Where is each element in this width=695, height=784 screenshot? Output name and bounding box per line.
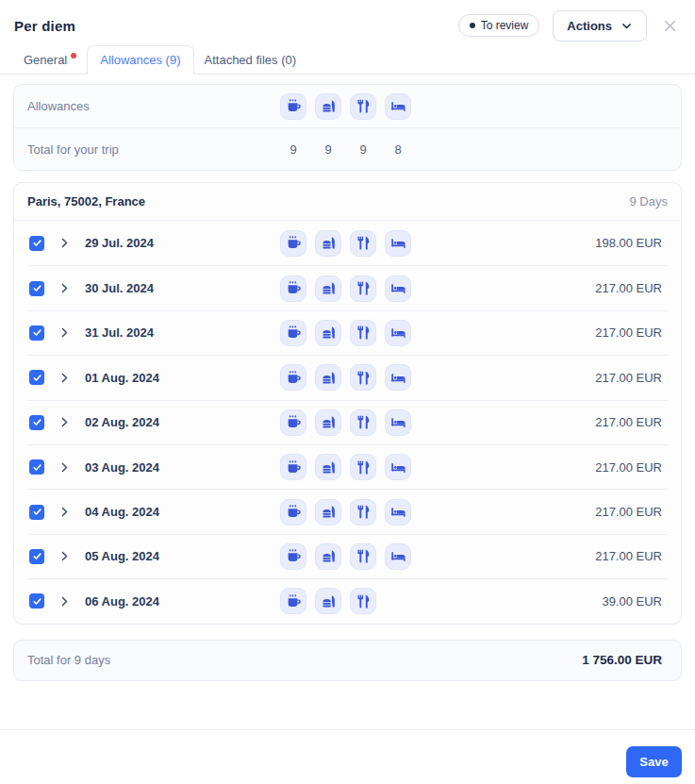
- accommodation-icon: [385, 409, 411, 436]
- expand-chevron-icon[interactable]: [58, 326, 71, 339]
- accommodation-icon: [385, 364, 411, 391]
- expand-chevron-icon[interactable]: [58, 372, 71, 384]
- save-button[interactable]: Save: [626, 746, 682, 777]
- day-amount: 217.00 EUR: [595, 325, 662, 340]
- alert-dot-icon: [71, 53, 76, 58]
- day-allowance-icons: [280, 543, 411, 570]
- day-checkbox[interactable]: [29, 370, 44, 385]
- accommodation-icon: [385, 275, 411, 302]
- close-button[interactable]: [660, 16, 680, 36]
- tab-attached-files-label: Attached files (0): [205, 53, 297, 67]
- day-checkbox[interactable]: [29, 549, 44, 564]
- trip-totals-row: Total for your trip 9 9 9 8: [14, 127, 681, 170]
- grand-total-card: Total for 9 days 1 756.00 EUR: [13, 640, 682, 681]
- day-allowance-icons: [280, 454, 411, 480]
- trip-location: Paris, 75002, France: [27, 194, 145, 209]
- day-allowance-icons: [280, 499, 411, 525]
- day-date: 02 Aug. 2024: [85, 415, 159, 429]
- lunch-icon: [315, 543, 341, 570]
- dinner-icon: [350, 499, 376, 525]
- day-amount: 198.00 EUR: [595, 236, 662, 250]
- expand-chevron-icon[interactable]: [58, 237, 71, 249]
- tab-attached-files[interactable]: Attached files (0): [194, 46, 307, 74]
- lunch-icon: [315, 275, 341, 302]
- breakfast-icon: [280, 409, 306, 436]
- grand-total-label: Total for 9 days: [27, 653, 110, 667]
- dinner-icon: [350, 93, 376, 120]
- actions-button-label: Actions: [567, 19, 612, 33]
- lunch-icon: [315, 93, 341, 120]
- trip-total-counts: 9 9 9 8: [280, 142, 411, 157]
- dinner-icon: [350, 543, 376, 570]
- allowance-day-row: 04 Aug. 2024: [27, 489, 668, 533]
- day-checkbox[interactable]: [29, 505, 44, 520]
- day-allowance-icons: [280, 364, 411, 391]
- allowance-day-row: 31 Jul. 2024: [27, 310, 668, 355]
- accommodation-icon: [385, 320, 411, 346]
- lunch-icon: [315, 364, 341, 391]
- close-icon: [662, 18, 678, 34]
- day-date: 04 Aug. 2024: [85, 505, 159, 519]
- day-allowance-icons: [280, 588, 411, 614]
- day-checkbox[interactable]: [29, 325, 44, 341]
- day-checkbox[interactable]: [29, 236, 44, 251]
- accommodation-icon: [385, 499, 411, 525]
- expand-chevron-icon[interactable]: [58, 282, 71, 294]
- day-date: 06 Aug. 2024: [85, 594, 159, 609]
- lunch-icon: [315, 454, 341, 480]
- breakfast-icon: [280, 320, 306, 346]
- day-allowance-icons: [280, 230, 411, 257]
- tab-allowances[interactable]: Allowances (9): [87, 45, 193, 75]
- trip-header: Paris, 75002, France 9 Days: [14, 183, 681, 221]
- actions-button[interactable]: Actions: [553, 10, 647, 42]
- trip-duration: 9 Days: [630, 194, 668, 209]
- accommodation-icon: [385, 230, 411, 257]
- day-date: 05 Aug. 2024: [85, 549, 159, 563]
- day-amount: 39.00 EUR: [602, 594, 662, 609]
- header: Per diem To review Actions: [0, 0, 695, 42]
- dinner-count: 9: [350, 142, 376, 157]
- expand-chevron-icon[interactable]: [58, 461, 71, 474]
- day-amount: 217.00 EUR: [595, 549, 662, 563]
- allowance-day-row: 01 Aug. 2024: [27, 355, 668, 399]
- expand-chevron-icon[interactable]: [58, 506, 71, 518]
- day-date: 01 Aug. 2024: [85, 371, 159, 385]
- grand-total-amount: 1 756.00 EUR: [582, 653, 662, 667]
- accommodation-icon: [385, 93, 411, 120]
- day-amount: 217.00 EUR: [595, 371, 662, 385]
- lunch-icon: [315, 588, 341, 614]
- allowances-label: Allowances: [27, 99, 280, 113]
- page-title: Per diem: [14, 18, 75, 34]
- day-checkbox[interactable]: [29, 281, 44, 296]
- expand-chevron-icon[interactable]: [58, 550, 71, 562]
- breakfast-icon: [280, 499, 306, 525]
- expand-chevron-icon[interactable]: [58, 595, 71, 608]
- trip-total-label: Total for your trip: [27, 142, 280, 157]
- day-checkbox[interactable]: [29, 459, 44, 475]
- breakfast-icon: [280, 454, 306, 480]
- dinner-icon: [350, 364, 376, 391]
- lunch-icon: [315, 320, 341, 346]
- status-dot-icon: [470, 23, 475, 28]
- dinner-icon: [350, 454, 376, 480]
- day-date: 29 Jul. 2024: [85, 236, 154, 250]
- day-checkbox[interactable]: [29, 415, 44, 430]
- tab-general[interactable]: General: [13, 46, 87, 74]
- trip-card: Paris, 75002, France 9 Days 29 Jul. 2024: [13, 182, 682, 625]
- lunch-icon: [315, 409, 341, 436]
- day-checkbox[interactable]: [29, 593, 44, 609]
- dinner-icon: [350, 275, 376, 302]
- breakfast-count: 9: [280, 142, 306, 157]
- allowance-day-row: 06 Aug. 2024: [27, 578, 668, 623]
- day-rows-list: 29 Jul. 2024: [14, 221, 681, 624]
- allowance-type-icons: [280, 93, 411, 120]
- allowances-summary-card: Allowances: [13, 84, 682, 171]
- expand-chevron-icon[interactable]: [58, 416, 71, 428]
- day-date: 31 Jul. 2024: [85, 325, 154, 340]
- tab-bar: General Allowances (9) Attached files (0…: [0, 45, 695, 75]
- day-amount: 217.00 EUR: [595, 505, 662, 519]
- allowance-day-row: 05 Aug. 2024: [27, 534, 668, 578]
- chevron-down-icon: [621, 20, 633, 32]
- breakfast-icon: [280, 275, 306, 302]
- day-date: 30 Jul. 2024: [85, 281, 154, 295]
